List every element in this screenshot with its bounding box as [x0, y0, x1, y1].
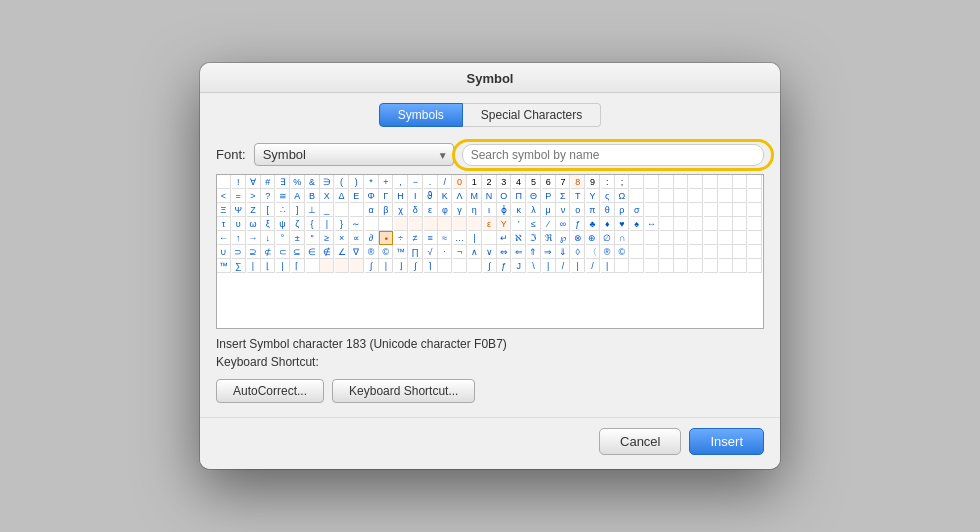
symbol-cell[interactable]: ⊂ [276, 245, 290, 259]
symbol-cell[interactable]: ƒ [497, 259, 511, 273]
symbol-cell[interactable]: ¬ [453, 245, 467, 259]
symbol-cell[interactable] [689, 259, 703, 273]
symbol-cell[interactable] [350, 203, 364, 217]
symbol-cell[interactable]: 4 [512, 175, 526, 189]
symbol-cell[interactable] [719, 245, 733, 259]
symbol-cell[interactable]: ♣ [586, 217, 600, 231]
symbol-cell[interactable]: Γ [379, 189, 393, 203]
symbol-cell[interactable]: ∫ [409, 259, 423, 273]
symbol-cell[interactable] [748, 259, 762, 273]
symbol-cell[interactable]: ζ [291, 217, 305, 231]
symbol-cell[interactable] [645, 259, 659, 273]
symbol-cell[interactable]: Λ [453, 189, 467, 203]
symbol-cell[interactable]: * [365, 175, 379, 189]
symbol-cell[interactable] [733, 175, 747, 189]
symbol-cell[interactable]: ◊ [571, 245, 585, 259]
tab-symbols[interactable]: Symbols [379, 103, 463, 127]
symbol-cell[interactable]: Η [394, 189, 408, 203]
symbol-cell[interactable] [645, 189, 659, 203]
symbol-cell[interactable]: λ [527, 203, 541, 217]
symbol-cell[interactable]: ο [571, 203, 585, 217]
symbol-cell[interactable]: ∫ [365, 259, 379, 273]
symbol-cell[interactable]: ⊃ [232, 245, 246, 259]
symbol-cell[interactable] [306, 259, 320, 273]
symbol-cell[interactable]: ρ [615, 203, 629, 217]
symbol-cell[interactable]: ( [335, 175, 349, 189]
symbol-cell[interactable] [409, 217, 423, 231]
symbol-cell[interactable]: ∇ [350, 245, 364, 259]
symbol-cell[interactable]: π [586, 203, 600, 217]
symbol-cell[interactable]: ⇑ [527, 245, 541, 259]
symbol-cell[interactable] [630, 231, 644, 245]
symbol-cell[interactable]: , [394, 175, 408, 189]
symbol-cell[interactable]: ≅ [276, 189, 290, 203]
symbol-cell[interactable] [438, 217, 452, 231]
symbol-cell[interactable]: ; [615, 175, 629, 189]
symbol-cell[interactable]: ξ [261, 217, 275, 231]
symbol-cell[interactable] [704, 189, 718, 203]
symbol-cell[interactable]: Τ [571, 189, 585, 203]
symbol-cell[interactable]: ϑ [424, 189, 438, 203]
symbol-cell[interactable] [660, 217, 674, 231]
symbol-cell[interactable] [335, 203, 349, 217]
symbol-cell[interactable]: Ν [483, 189, 497, 203]
symbol-cell[interactable] [704, 217, 718, 231]
symbol-cell[interactable] [483, 231, 497, 245]
symbol-cell[interactable]: κ [512, 203, 526, 217]
symbol-cell[interactable]: ⌈ [291, 259, 305, 273]
symbol-cell[interactable]: ∧ [468, 245, 482, 259]
autocorrect-button[interactable]: AutoCorrect... [216, 379, 324, 403]
symbol-cell[interactable] [719, 189, 733, 203]
symbol-cell[interactable]: Α [291, 189, 305, 203]
symbol-cell[interactable]: / [556, 259, 570, 273]
symbol-cell[interactable] [733, 259, 747, 273]
symbol-cell[interactable]: / [438, 175, 452, 189]
symbol-cell[interactable]: | [379, 259, 393, 273]
symbol-cell[interactable] [320, 259, 334, 273]
symbol-cell[interactable]: √ [424, 245, 438, 259]
symbol-cell[interactable]: _ [320, 203, 334, 217]
symbol-cell[interactable]: ≈ [438, 231, 452, 245]
symbol-cell[interactable]: Ψ [232, 203, 246, 217]
symbol-cell[interactable]: ↓ [261, 231, 275, 245]
symbol-cell[interactable]: Σ [556, 189, 570, 203]
symbol-cell[interactable] [689, 217, 703, 231]
symbol-cell[interactable] [719, 259, 733, 273]
symbol-cell[interactable] [674, 175, 688, 189]
symbol-cell[interactable]: Ι [409, 189, 423, 203]
insert-button[interactable]: Insert [689, 428, 764, 455]
tab-special-characters[interactable]: Special Characters [463, 103, 601, 127]
symbol-cell[interactable]: Δ [335, 189, 349, 203]
symbol-cell[interactable]: ≤ [527, 217, 541, 231]
symbol-cell[interactable]: Π [512, 189, 526, 203]
symbol-cell[interactable] [689, 245, 703, 259]
symbol-cell[interactable]: ψ [276, 217, 290, 231]
symbol-cell[interactable]: ε [424, 203, 438, 217]
symbol-cell[interactable]: ℘ [556, 231, 570, 245]
symbol-cell[interactable]: υ [232, 217, 246, 231]
symbol-cell[interactable]: ∋ [320, 175, 334, 189]
symbol-grid-container[interactable]: !∀#∃%&∋()*+,−./0123456789:;<=>?≅ΑΒΧΔΕΦΓΗ… [216, 174, 764, 329]
symbol-cell[interactable]: ∃ [276, 175, 290, 189]
symbol-cell[interactable]: χ [394, 203, 408, 217]
symbol-cell[interactable]: ε [483, 217, 497, 231]
symbol-cell[interactable]: © [379, 245, 393, 259]
symbol-cell[interactable]: Υ [497, 217, 511, 231]
symbol-cell[interactable]: ⇓ [556, 245, 570, 259]
symbol-cell[interactable] [689, 189, 703, 203]
symbol-cell[interactable] [468, 217, 482, 231]
symbol-cell[interactable]: 2 [483, 175, 497, 189]
symbol-cell[interactable]: ∼ [350, 217, 364, 231]
symbol-cell[interactable]: ι [483, 203, 497, 217]
symbol-cell[interactable] [704, 259, 718, 273]
symbol-cell[interactable] [453, 217, 467, 231]
symbol-cell[interactable]: ς [601, 189, 615, 203]
symbol-cell[interactable]: ↑ [232, 231, 246, 245]
symbol-cell[interactable]: • [379, 231, 393, 245]
symbol-cell[interactable] [645, 245, 659, 259]
symbol-cell[interactable] [748, 175, 762, 189]
symbol-cell[interactable] [689, 203, 703, 217]
symbol-cell[interactable] [719, 203, 733, 217]
symbol-cell[interactable]: ∝ [350, 231, 364, 245]
symbol-cell[interactable]: Κ [438, 189, 452, 203]
